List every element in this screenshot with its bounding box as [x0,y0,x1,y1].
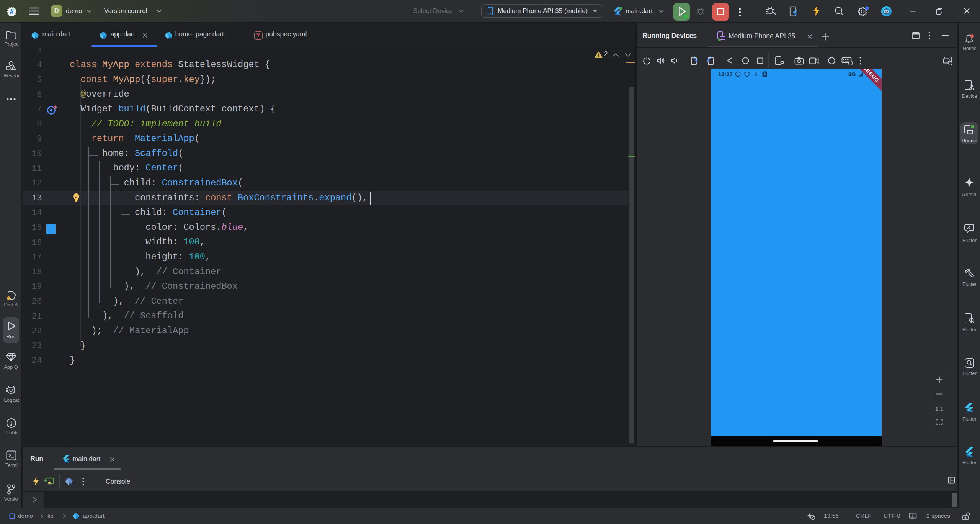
svg-text:A: A [763,72,766,76]
